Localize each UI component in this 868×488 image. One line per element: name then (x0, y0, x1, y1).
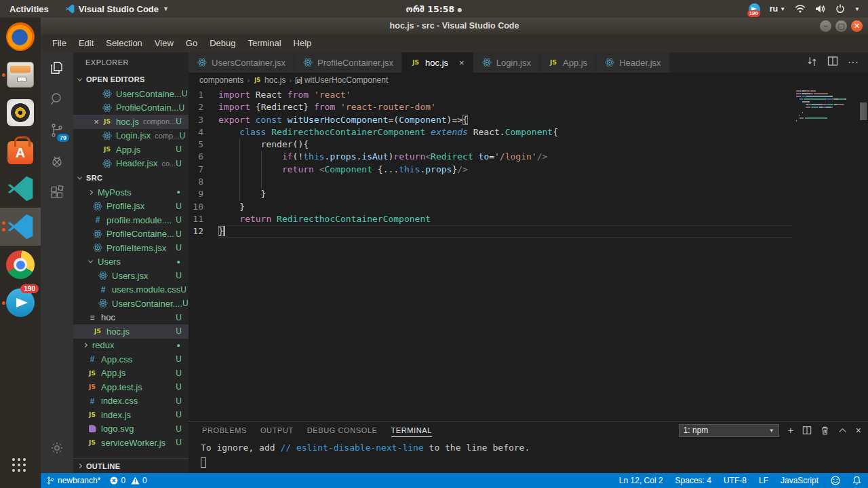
show-applications-button[interactable] (0, 447, 41, 485)
open-editor-item[interactable]: Header.jsxco...U (73, 157, 189, 171)
tree-folder-myposts[interactable]: MyPosts● (73, 185, 189, 200)
dock-vscode-blue[interactable] (0, 208, 41, 246)
split-editor-icon[interactable] (827, 56, 838, 69)
search-icon[interactable] (41, 83, 73, 115)
code-line[interactable]: 6 if(!this.props.isAut)return<Redirect t… (189, 151, 868, 163)
code-line[interactable]: 1import React from 'react' (189, 89, 868, 101)
panel-tab-terminal[interactable]: TERMINAL (391, 424, 432, 437)
menu-debug[interactable]: Debug (203, 38, 241, 48)
tree-file-index-js[interactable]: JSindex.jsU (73, 408, 189, 422)
code-line[interactable]: 10 } (189, 201, 868, 213)
terminal-select[interactable]: 1: npm▼ (679, 424, 779, 437)
dock-ubuntu-software[interactable]: A (0, 132, 41, 170)
git-branch-indicator[interactable]: newbranch* (46, 476, 100, 485)
wifi-icon[interactable] (795, 4, 806, 14)
close-panel-icon[interactable]: × (856, 426, 861, 435)
tree-folder-users[interactable]: Users● (73, 255, 189, 269)
terminal[interactable]: To ignore, add // eslint-disable-next-li… (189, 439, 868, 470)
scrollbar-thumb[interactable] (860, 102, 867, 120)
code-line[interactable]: 3export const witUserHocComponent=(Compo… (189, 114, 868, 126)
src-section-header[interactable]: SRC (73, 170, 189, 185)
tree-file-profilecontaine-[interactable]: ProfileContaine...U (73, 227, 189, 242)
tree-file-users-jsx[interactable]: Users.jsxU (73, 269, 189, 283)
code-line[interactable]: 2import {Redirect} from 'react-router-do… (189, 101, 868, 113)
dock-files[interactable] (0, 56, 41, 94)
telegram-tray-icon[interactable]: 190 (749, 3, 760, 15)
panel-tab-output[interactable]: OUTPUT (260, 424, 294, 437)
title-bar[interactable]: hoc.js - src - Visual Studio Code − ▢ ✕ (41, 18, 868, 34)
tree-folder-redux[interactable]: redux● (73, 339, 189, 353)
menu-terminal[interactable]: Terminal (241, 38, 287, 48)
cursor-position[interactable]: Ln 12, Col 2 (619, 476, 663, 485)
menu-go[interactable]: Go (180, 38, 203, 48)
breadcrumb-components[interactable]: components (199, 75, 243, 85)
tree-file-profile-module-[interactable]: #profile.module....U (73, 213, 189, 227)
kill-terminal-icon[interactable] (821, 426, 829, 435)
open-editor-item[interactable]: ProfileContain...U (73, 101, 189, 115)
scrollbar[interactable] (859, 88, 868, 421)
close-tab-icon[interactable]: × (459, 58, 465, 68)
indentation[interactable]: Spaces: 4 (675, 476, 711, 485)
code-line[interactable]: 7 return <Component {...this.props}/> (189, 164, 868, 176)
tree-file-hoc-js[interactable]: JShoc.jsU (73, 324, 189, 339)
new-terminal-icon[interactable]: + (788, 426, 793, 435)
open-editor-item[interactable]: JSApp.jsU (73, 143, 189, 157)
code-line[interactable]: 5 render(){ (189, 138, 868, 151)
extensions-icon[interactable] (41, 177, 73, 208)
close-button[interactable]: ✕ (851, 20, 863, 32)
feedback-smiley-icon[interactable] (831, 476, 840, 485)
keyboard-layout[interactable]: ru▼ (770, 4, 785, 14)
app-menu-button[interactable]: Visual Studio Code ▼ (58, 4, 176, 14)
problems-indicator[interactable]: 0 0 (110, 476, 146, 485)
dock-vscode-teal[interactable] (0, 170, 41, 208)
open-editors-header[interactable]: OPEN EDITORS (73, 72, 189, 87)
more-actions-icon[interactable]: ··· (848, 56, 859, 69)
tab-app.js[interactable]: JSApp.js (540, 52, 596, 73)
tab-header.jsx[interactable]: Header.jsx (596, 52, 669, 73)
tab-hoc.js[interactable]: JShoc.js× (402, 52, 473, 73)
source-control-icon[interactable]: 79 (41, 115, 73, 146)
split-terminal-icon[interactable] (802, 426, 812, 435)
tree-file-app-css[interactable]: #App.cssU (73, 352, 189, 367)
debug-icon[interactable] (41, 146, 73, 177)
explorer-icon[interactable] (41, 52, 73, 83)
breadcrumb-hoc.js[interactable]: JShoc.js (253, 75, 285, 85)
menu-edit[interactable]: Edit (73, 38, 100, 48)
tree-file-profile-jsx[interactable]: Profile.jsxU (73, 200, 189, 214)
tree-file-serviceworker-js[interactable]: JSserviceWorker.jsU (73, 436, 189, 450)
code-editor[interactable]: 1import React from 'react'2import {Redir… (189, 88, 868, 421)
breadcrumb-wituserhoccomponent[interactable]: [ø]witUserHocComponent (295, 75, 388, 85)
code-line[interactable]: 9 } (189, 188, 868, 200)
eol-sequence[interactable]: LF (759, 476, 768, 485)
menu-help[interactable]: Help (288, 38, 318, 48)
tree-file-profileitems-jsx[interactable]: ProfileItems.jsxU (73, 241, 189, 255)
volume-icon[interactable] (815, 4, 826, 14)
maximize-button[interactable]: ▢ (835, 20, 847, 32)
tab-profilecontainer.jsx[interactable]: ProfileContainer.jsx (294, 52, 402, 73)
settings-gear-icon[interactable] (41, 432, 73, 464)
minimize-button[interactable]: − (820, 20, 831, 32)
tree-file-app-test-js[interactable]: JSApp.test.jsU (73, 380, 189, 394)
tree-file-hoc[interactable]: ≡hocU (73, 311, 189, 325)
menu-file[interactable]: File (46, 38, 73, 48)
notifications-bell-icon[interactable] (852, 476, 861, 485)
open-editor-item[interactable]: Login.jsxcomp...U (73, 129, 189, 143)
dock-rhythmbox[interactable] (0, 94, 41, 132)
dock-telegram[interactable]: 190 (0, 284, 41, 322)
tree-file-userscontainer-[interactable]: UsersContainer....U (73, 297, 189, 311)
code-line[interactable]: 8 (189, 176, 868, 188)
chevron-down-icon[interactable]: ▼ (854, 6, 860, 12)
code-line[interactable]: 12} (189, 225, 868, 238)
encoding[interactable]: UTF-8 (724, 476, 747, 485)
menu-view[interactable]: View (149, 38, 180, 48)
power-icon[interactable] (835, 4, 845, 14)
maximize-panel-icon[interactable] (838, 426, 847, 435)
tree-file-logo-svg[interactable]: logo.svgU (73, 422, 189, 436)
open-editor-item[interactable]: UsersContaine...U (73, 87, 189, 101)
dock-firefox[interactable] (0, 18, 41, 56)
tree-file-app-js[interactable]: JSApp.jsU (73, 367, 189, 381)
dock-chrome[interactable] (0, 246, 41, 284)
outline-header[interactable]: OUTLINE (73, 458, 189, 473)
tab-login.jsx[interactable]: Login.jsx (473, 52, 540, 73)
panel-tab-debug-console[interactable]: DEBUG CONSOLE (307, 424, 378, 437)
